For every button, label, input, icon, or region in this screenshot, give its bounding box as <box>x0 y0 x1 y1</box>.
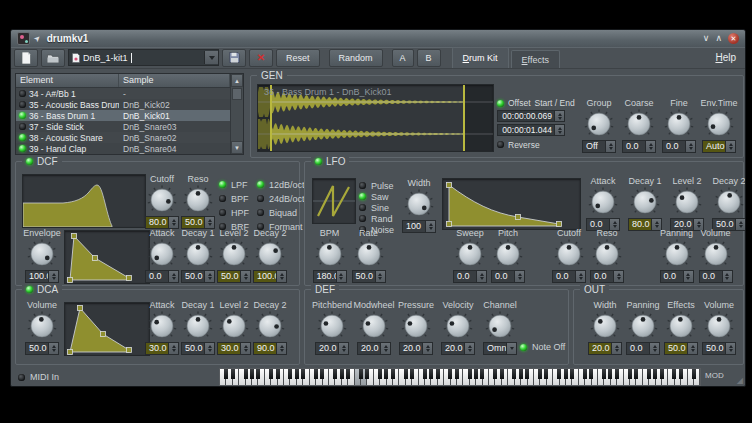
pitch-knob[interactable] <box>493 239 523 269</box>
preset-name-combobox[interactable]: DnB_1-kit1 <box>68 49 219 66</box>
reso-knob[interactable] <box>183 185 213 215</box>
piano-key-black[interactable] <box>359 369 363 379</box>
coarse-knob[interactable] <box>624 109 654 139</box>
decay-2-spinbox[interactable]: 90.0 <box>253 342 287 355</box>
scroll-thumb[interactable] <box>232 88 242 100</box>
panning-knob[interactable] <box>662 239 692 269</box>
radio-biquad[interactable]: Biquad <box>257 207 305 218</box>
width-knob[interactable] <box>590 311 620 341</box>
attack-knob[interactable] <box>588 187 618 217</box>
spin-buttons[interactable] <box>204 217 214 228</box>
spin-buttons[interactable] <box>611 343 621 354</box>
offset-end-spinbox[interactable]: 00:00:01.044 <box>497 124 565 136</box>
reverse-checkbox[interactable] <box>497 141 504 148</box>
volume-spinbox[interactable]: 50.0 <box>25 342 59 355</box>
piano-key-black[interactable] <box>647 369 651 379</box>
decay-2-knob[interactable] <box>255 239 285 269</box>
rate-knob[interactable] <box>354 239 384 269</box>
piano-key-black[interactable] <box>544 369 548 379</box>
lfo-shape-display[interactable] <box>312 178 356 224</box>
radio-hpf[interactable]: HPF <box>219 207 249 218</box>
new-preset-button[interactable] <box>14 49 38 67</box>
close-button[interactable]: ✕ <box>728 33 739 44</box>
piano-key-black[interactable] <box>346 369 350 379</box>
element-row[interactable]: 39 - Hand ClapDnB_Snare04 <box>16 143 230 154</box>
piano-key-black[interactable] <box>288 369 292 379</box>
piano-key-black[interactable] <box>583 369 587 379</box>
bpm-knob[interactable] <box>315 239 345 269</box>
piano-key-black[interactable] <box>301 369 305 379</box>
coarse-spinbox[interactable]: 0.0 <box>622 140 656 153</box>
filter-curve-display[interactable] <box>22 174 146 228</box>
fine-spinbox[interactable]: 0.0 <box>662 140 696 153</box>
spin-buttons[interactable] <box>425 221 435 232</box>
dca-led[interactable] <box>26 286 33 293</box>
pitchbend-knob[interactable] <box>317 311 347 341</box>
piano-key-black[interactable] <box>455 369 459 379</box>
piano-key-black[interactable] <box>314 369 318 379</box>
radio-sine[interactable]: Sine <box>359 202 394 213</box>
spin-buttons[interactable] <box>168 217 178 228</box>
spin-buttons[interactable] <box>168 271 178 282</box>
spin-buttons[interactable] <box>649 343 659 354</box>
spin-buttons[interactable] <box>725 141 735 152</box>
env-time-knob[interactable] <box>704 109 734 139</box>
pressure-spinbox[interactable]: 20.0 <box>399 342 433 355</box>
piano-keyboard[interactable] <box>219 368 701 386</box>
velocity-knob[interactable] <box>443 311 473 341</box>
panning-knob[interactable] <box>628 311 658 341</box>
piano-key-black[interactable] <box>404 369 408 379</box>
piano-key-black[interactable] <box>320 369 324 379</box>
attack-knob[interactable] <box>147 239 177 269</box>
modwheel-spinbox[interactable]: 20.0 <box>357 342 391 355</box>
reso-spinbox[interactable]: 0.0 <box>590 270 624 283</box>
note-off-checkbox[interactable] <box>520 344 527 351</box>
spin-buttons[interactable] <box>276 271 286 282</box>
level-2-knob[interactable] <box>219 239 249 269</box>
velocity-spinbox[interactable]: 20.0 <box>441 342 475 355</box>
compare-a-button[interactable]: A <box>392 49 414 67</box>
piano-key-black[interactable] <box>564 369 568 379</box>
element-row[interactable]: 35 - Acoustic Bass DrumDnB_Kick02 <box>16 99 230 110</box>
spin-buttons[interactable] <box>48 271 58 282</box>
piano-key-black[interactable] <box>256 369 260 379</box>
tab-drum-kit[interactable]: Drum Kit <box>452 47 509 68</box>
offset-start-spinbox[interactable]: 00:00:00.069 <box>497 110 565 122</box>
effects-spinbox[interactable]: 50.0 <box>664 342 698 355</box>
decay-2-knob[interactable] <box>714 187 744 217</box>
decay-2-spinbox[interactable]: 100.0 <box>253 270 287 283</box>
pitch-spinbox[interactable]: 0.0 <box>491 270 525 283</box>
open-preset-button[interactable] <box>41 49 65 67</box>
piano-key-black[interactable] <box>672 369 676 379</box>
radio-rand[interactable]: Rand <box>359 213 394 224</box>
piano-key-black[interactable] <box>224 369 228 379</box>
level-2-knob[interactable] <box>219 311 249 341</box>
spin-buttons[interactable] <box>514 271 524 282</box>
piano-key-black[interactable] <box>340 369 344 379</box>
envelope-knob[interactable] <box>27 239 57 269</box>
sweep-spinbox[interactable]: 0.0 <box>453 270 487 283</box>
spin-buttons[interactable] <box>240 343 250 354</box>
piano-key-black[interactable] <box>391 369 395 379</box>
piano-key-black[interactable] <box>423 369 427 379</box>
element-row[interactable]: 34 - A#/Bb 1- <box>16 88 230 99</box>
decay-1-spinbox[interactable]: 50.0 <box>181 342 215 355</box>
piano-key-black[interactable] <box>493 369 497 379</box>
reso-knob[interactable] <box>592 239 622 269</box>
random-button[interactable]: Random <box>329 49 383 67</box>
attack-knob[interactable] <box>147 311 177 341</box>
spin-buttons[interactable] <box>645 141 655 152</box>
spin-buttons[interactable] <box>476 271 486 282</box>
spin-buttons[interactable] <box>422 343 432 354</box>
compare-b-button[interactable]: B <box>417 49 441 67</box>
piano-key-black[interactable] <box>692 369 696 379</box>
volume-knob[interactable] <box>704 311 734 341</box>
piano-key-black[interactable] <box>615 369 619 379</box>
spin-buttons[interactable] <box>683 271 693 282</box>
decay-1-knob[interactable] <box>630 187 660 217</box>
minimize-button[interactable]: ∨ <box>703 33 710 44</box>
spin-buttons[interactable] <box>336 271 346 282</box>
delete-preset-button[interactable]: ✕ <box>249 49 273 67</box>
piano-key-black[interactable] <box>429 369 433 379</box>
envelope-spinbox[interactable]: 100.0 <box>25 270 59 283</box>
